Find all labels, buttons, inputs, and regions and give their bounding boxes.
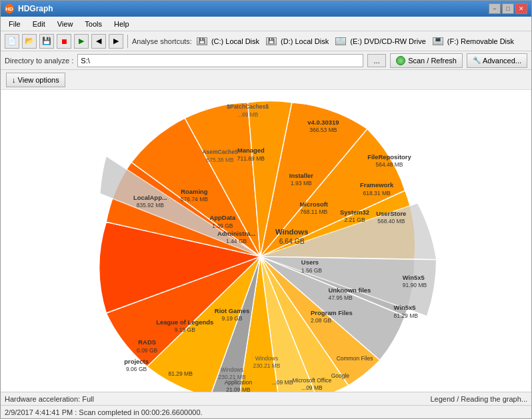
toolbar-open[interactable]: 📂 [22,34,37,49]
svg-text:81.29 MB: 81.29 MB [394,312,419,319]
svg-text:AsemCache5: AsemCache5 [202,149,238,155]
shortcut-c-label: (C:) Local Disk [209,37,259,45]
toolbar: 📄 📂 💾 ⏹ ▶ ◀ ▶ Analyse shortcuts: 💾 (C:) … [1,31,531,51]
address-input[interactable] [77,54,363,67]
svg-text:Installer: Installer [289,172,313,179]
svg-text:230.21 MB: 230.21 MB [219,374,246,380]
status-bar: Hardware acceleration: Full Legend / Rea… [1,392,531,405]
options-bar: ↓ View options [1,70,531,90]
shortcut-c[interactable]: 💾 (C:) Local Disk [195,37,261,46]
svg-text:Win5x5: Win5x5 [403,274,425,281]
svg-text:230.21 MB: 230.21 MB [253,362,280,369]
address-bar: Directory to analyze : ... Scan / Refres… [1,51,531,70]
address-label: Directory to analyze : [5,57,73,65]
advanced-icon: 🔧 [473,57,481,64]
svg-text:2.08 GB: 2.08 GB [311,317,331,324]
legend-link[interactable]: Legend / Reading the graph... [430,395,527,403]
svg-text:UserStore: UserStore [376,210,406,217]
toolbar-forward[interactable]: ▶ [109,34,123,49]
svg-text:FileRepository: FileRepository [367,153,411,161]
drive-d-icon: 💾 [266,37,277,45]
disk-chart[interactable]: C:\ 23.08 GB [1,90,531,392]
toolbar-new[interactable]: 📄 [5,34,19,49]
view-options-label: ↓ View options [12,76,59,84]
menu-edit[interactable]: Edit [27,19,51,29]
svg-text:Unknown files: Unknown files [328,286,371,294]
svg-text:1.44 GB: 1.44 GB [226,238,247,244]
app-icon: HD [5,4,14,13]
svg-text:Users: Users [301,258,319,266]
svg-text:RADS: RADS [138,338,156,346]
main-window: HD HDGraph − □ ✕ File Edit View Tools He… [0,0,532,419]
svg-text:675.38 MB: 675.38 MB [207,157,234,163]
svg-text:2.21 GB: 2.21 GB [344,216,365,223]
svg-text:1.93 MB: 1.93 MB [291,180,312,187]
title-bar-buttons: − □ ✕ [489,3,527,14]
svg-text:Riot Games: Riot Games [215,307,249,314]
shortcuts-label: Analyse shortcuts: [132,37,192,45]
svg-text:Common Files: Common Files [337,355,373,362]
menu-file[interactable]: File [3,19,26,29]
svg-text:Microsoft: Microsoft [300,201,329,208]
svg-text:6.64 GB: 6.64 GB [279,238,305,245]
svg-text:AppData: AppData [210,214,236,221]
bottom-bar: 2/9/2017 4:41:41 PM : Scan completed in … [1,405,531,418]
svg-text:21.09 MB: 21.09 MB [226,386,251,392]
scan-refresh-button[interactable]: Scan / Refresh [390,53,463,68]
drive-e-icon: 💿 [335,37,346,45]
svg-text:47.95 MB: 47.95 MB [328,294,353,301]
svg-text:0.09 GB: 0.09 GB [137,347,157,354]
svg-text:$PatchCaches$: $PatchCaches$ [227,103,269,110]
toolbar-refresh[interactable]: ▶ [74,34,89,49]
svg-text:711.69 MB: 711.69 MB [237,155,265,162]
browse-button[interactable]: ... [367,54,386,67]
shortcut-f[interactable]: 🖥️ (F:) Removable Disk [431,37,516,46]
menu-view[interactable]: View [52,19,79,29]
menu-help[interactable]: Help [109,19,135,29]
svg-text:564.48 MB: 564.48 MB [375,161,403,168]
svg-text:Administra...: Administra... [217,230,255,237]
shortcut-e-label: (E:) DVD/CD-RW Drive [348,37,426,45]
svg-text:Program Files: Program Files [311,309,353,316]
svg-text:Microsoft Office: Microsoft Office [293,377,332,384]
drive-f-icon: 🖥️ [433,37,443,45]
toolbar-back[interactable]: ◀ [91,34,106,49]
svg-text:Managed: Managed [237,147,265,154]
shortcut-d[interactable]: 💾 (D:) Local Disk [264,37,331,46]
svg-text:Windows: Windows [255,355,278,362]
svg-text:System32: System32 [340,209,369,216]
graph-area[interactable]: C:\ 23.08 GB [1,90,531,392]
title-bar: HD HDGraph − □ ✕ [1,1,531,17]
menu-bar: File Edit View Tools Help [1,17,531,31]
svg-text:366.53 MB: 366.53 MB [309,127,337,133]
svg-text:9.19 GB: 9.19 GB [221,315,242,322]
shortcut-e[interactable]: 💿 (E:) DVD/CD-RW Drive [333,37,428,46]
main-content[interactable]: C:\ 23.08 GB [1,90,531,392]
svg-text:1.39 GB: 1.39 GB [212,222,233,229]
scan-icon [396,56,405,65]
advanced-button[interactable]: 🔧 Advanced... [467,53,527,68]
svg-text:Google: Google [331,372,350,379]
toolbar-stop[interactable]: ⏹ [57,34,71,49]
svg-text:Framework: Framework [360,181,394,189]
shortcut-d-label: (D:) Local Disk [279,37,329,45]
svg-text:568.40 MB: 568.40 MB [377,218,405,224]
minimize-button[interactable]: − [489,3,501,14]
svg-text:Roaming: Roaming [181,188,208,195]
svg-text:91.90 MB: 91.90 MB [403,282,427,288]
menu-tools[interactable]: Tools [79,19,107,29]
svg-text:768.11 MB: 768.11 MB [300,209,327,215]
svg-text:9.19 GB: 9.19 GB [175,326,195,333]
svg-text:League of Legends: League of Legends [156,318,213,326]
svg-text:1.56 GB: 1.56 GB [301,267,322,274]
svg-text:LocalApp...: LocalApp... [133,194,167,201]
svg-text:...09 MB: ...09 MB [301,384,323,391]
svg-text:v4.0.30319: v4.0.30319 [307,119,339,126]
view-options-button[interactable]: ↓ View options [6,73,65,87]
hardware-acceleration-label: Hardware acceleration: Full [5,395,94,403]
advanced-label: Advanced... [483,57,521,65]
maximize-button[interactable]: □ [502,3,514,14]
toolbar-save[interactable]: 💾 [39,34,54,49]
close-button[interactable]: ✕ [515,3,527,14]
svg-text:Win5x5: Win5x5 [394,304,416,311]
